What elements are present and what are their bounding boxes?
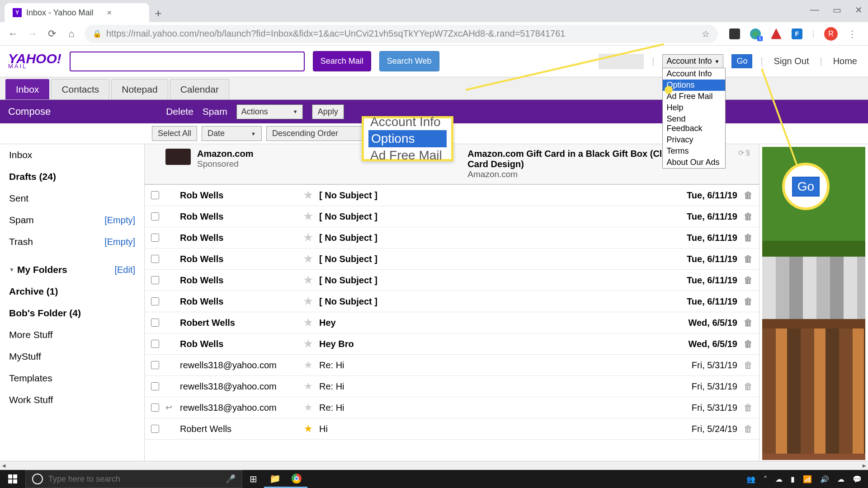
message-row[interactable]: Rob Wells★[ No Subject ]Tue, 6/11/19🗑 (145, 206, 759, 227)
sidebar-folder[interactable]: Templates (0, 367, 144, 389)
start-button[interactable] (0, 470, 25, 488)
trash-icon[interactable]: 🗑 (744, 339, 753, 349)
notifications-icon[interactable]: 💬 (853, 475, 862, 483)
task-view-icon[interactable]: ⊞ (242, 470, 264, 488)
trash-icon[interactable]: 🗑 (744, 296, 753, 307)
empty-spam-link[interactable]: [Empty] (104, 215, 135, 225)
trash-icon[interactable]: 🗑 (744, 381, 753, 392)
dropdown-item[interactable]: Send Feedback (663, 113, 725, 134)
horizontal-scrollbar[interactable]: ◄ ► (0, 461, 868, 470)
extension-icon[interactable]: F (792, 28, 802, 39)
star-icon[interactable]: ★ (304, 274, 313, 286)
star-icon[interactable]: ★ (304, 380, 313, 392)
onedrive-icon[interactable]: ☁ (775, 475, 783, 483)
dropdown-item[interactable]: Ad Free Mail (663, 91, 725, 102)
wifi-icon[interactable]: 📶 (803, 475, 812, 483)
search-input[interactable] (70, 52, 305, 71)
message-row[interactable]: Rob Wells★[ No Subject ]Tue, 6/11/19🗑 (145, 249, 759, 270)
scroll-right-icon[interactable]: ► (861, 462, 867, 469)
message-row[interactable]: rewells318@yahoo.com★Re: HiFri, 5/31/19🗑 (145, 376, 759, 397)
dropdown-item[interactable]: Terms (663, 145, 725, 157)
collapse-icon[interactable]: ▼ (9, 267, 14, 273)
account-info-select[interactable]: Account Info (662, 54, 723, 68)
star-icon[interactable]: ★ (304, 317, 313, 328)
taskbar-search[interactable]: 🎤 (25, 470, 242, 488)
close-window-icon[interactable]: ✕ (855, 5, 863, 15)
message-checkbox[interactable] (151, 404, 159, 412)
edit-folders-link[interactable]: [Edit] (114, 265, 135, 275)
star-icon[interactable]: ★ (304, 423, 313, 435)
select-all-button[interactable]: Select All (152, 126, 197, 141)
message-checkbox[interactable] (151, 340, 159, 348)
sidebar-drafts[interactable]: Drafts (24) (0, 166, 144, 188)
bookmark-icon[interactable]: ☆ (702, 28, 710, 39)
message-checkbox[interactable] (151, 361, 159, 369)
sidebar-sent[interactable]: Sent (0, 188, 144, 209)
search-web-button[interactable]: Search Web (379, 51, 439, 71)
message-checkbox[interactable] (151, 234, 159, 242)
chrome-icon[interactable] (286, 470, 307, 488)
trash-icon[interactable]: 🗑 (744, 211, 753, 222)
trash-icon[interactable]: 🗑 (744, 360, 753, 371)
message-row[interactable]: Rob Wells★[ No Subject ]Tue, 6/11/19🗑 (145, 227, 759, 249)
go-button[interactable]: Go (731, 54, 752, 68)
message-row[interactable]: Robert Wells★HiFri, 5/24/19🗑 (145, 418, 759, 440)
volume-icon[interactable]: 🔊 (820, 475, 829, 483)
trash-icon[interactable]: 🗑 (744, 254, 753, 264)
sort-order-select[interactable]: Descending Order (266, 126, 373, 141)
dropdown-item[interactable]: Account Info (663, 68, 725, 80)
home-link[interactable]: Home (830, 56, 860, 66)
message-checkbox[interactable] (151, 212, 159, 221)
search-mail-button[interactable]: Search Mail (313, 51, 371, 71)
message-row[interactable]: Rob Wells★Hey BroWed, 6/5/19🗑 (145, 333, 759, 355)
close-tab-icon[interactable]: × (107, 8, 112, 18)
reload-button[interactable]: ⟳ (46, 28, 58, 40)
minimize-icon[interactable]: — (810, 5, 819, 15)
menu-icon[interactable]: ⋮ (848, 28, 857, 39)
message-row[interactable]: ↩rewells318@yahoo.com★Re: HiFri, 5/31/19… (145, 397, 759, 418)
message-checkbox[interactable] (151, 425, 159, 433)
forward-button[interactable]: → (26, 28, 39, 40)
message-row[interactable]: Rob Wells★[ No Subject ]Tue, 6/11/19🗑 (145, 291, 759, 312)
message-row[interactable]: Robert Wells★HeyWed, 6/5/19🗑 (145, 312, 759, 333)
trash-icon[interactable]: 🗑 (744, 424, 753, 434)
taskbar-search-input[interactable] (48, 474, 220, 484)
sidebar-folder[interactable]: More Stuff (0, 324, 144, 346)
compose-button[interactable]: Compose (8, 106, 51, 117)
star-icon[interactable]: ★ (304, 189, 313, 201)
tray-chevron-icon[interactable]: ˄ (764, 475, 767, 483)
cloud-icon[interactable]: ☁ (837, 475, 844, 483)
home-button-browser[interactable]: ⌂ (65, 28, 78, 40)
sidebar-spam[interactable]: Spam[Empty] (0, 209, 144, 231)
message-checkbox[interactable] (151, 191, 159, 199)
sign-out-link[interactable]: Sign Out (771, 56, 812, 66)
cortana-icon[interactable] (32, 474, 43, 484)
extension-icon[interactable]: 5 (750, 28, 761, 39)
sidebar-inbox[interactable]: Inbox (0, 144, 144, 166)
star-icon[interactable]: ★ (304, 296, 313, 307)
scroll-left-icon[interactable]: ◄ (1, 462, 7, 469)
trash-icon[interactable]: 🗑 (744, 190, 753, 201)
star-icon[interactable]: ★ (304, 338, 313, 350)
nav-tab-notepad[interactable]: Notepad (111, 79, 168, 99)
message-row[interactable]: rewells318@yahoo.com★Re: HiFri, 5/31/19🗑 (145, 355, 759, 376)
url-field[interactable]: 🔒 https://mail.yahoo.com/neo/b/launch?fi… (85, 25, 718, 43)
trash-icon[interactable]: 🗑 (744, 275, 753, 286)
message-row[interactable]: Rob Wells★[ No Subject ]Tue, 6/11/19🗑 (145, 185, 759, 206)
sidebar-folder[interactable]: Archive (1) (0, 281, 144, 302)
spam-button[interactable]: Spam (203, 106, 227, 117)
battery-icon[interactable]: ▮ (791, 475, 795, 483)
star-icon[interactable]: ★ (304, 402, 313, 413)
star-icon[interactable]: ★ (304, 232, 313, 244)
dropdown-item[interactable]: Help (663, 102, 725, 113)
apply-button[interactable]: Apply (312, 104, 344, 119)
message-row[interactable]: Rob Wells★[ No Subject ]Tue, 6/11/19🗑 (145, 270, 759, 291)
nav-tab-contacts[interactable]: Contacts (51, 79, 109, 99)
sidebar-folder[interactable]: Bob's Folder (4) (0, 302, 144, 324)
star-icon[interactable]: ★ (304, 359, 313, 371)
browser-tab[interactable]: Y Inbox - Yahoo Mail × (5, 3, 149, 22)
message-checkbox[interactable] (151, 255, 159, 263)
yahoo-logo[interactable]: YAHOO! MAIL (8, 53, 61, 69)
file-explorer-icon[interactable]: 📁 (264, 470, 286, 488)
message-checkbox[interactable] (151, 319, 159, 327)
